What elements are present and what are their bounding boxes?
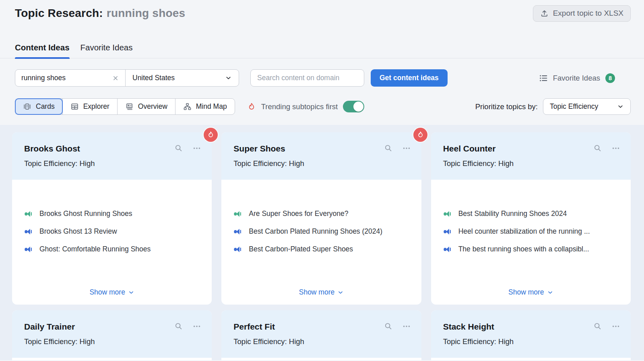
topic-efficiency: Topic Efficiency: High [24,159,201,168]
view-explorer-button[interactable]: Explorer [63,99,118,114]
keyword-input[interactable] [21,74,112,82]
chevron-down-icon [225,75,232,81]
favorite-ideas-count-badge: 8 [605,73,615,83]
idea-item[interactable]: Best Stability Running Shoes 2024 [443,210,620,218]
idea-text: The best running shoes with a collapsibl… [458,245,589,253]
idea-text: Are Super Shoes for Everyone? [249,210,348,218]
clear-keyword-icon[interactable] [112,75,119,82]
more-options-icon[interactable] [611,322,620,331]
show-more-link[interactable]: Show more [12,288,212,297]
idea-text: Brooks Ghost 13 Review [39,227,117,236]
country-value: United States [132,74,175,82]
page-title-query: running shoes [107,7,186,19]
show-more-link[interactable]: Show more [431,288,631,297]
view-switcher: Cards Explorer Overview Mind Map [15,98,235,115]
idea-item[interactable]: Brooks Ghost 13 Review [24,227,201,236]
idea-text: Best Carbon-Plated Super Shoes [249,245,353,253]
show-more-label: Show more [508,288,544,297]
view-cards-button[interactable]: Cards [15,99,63,114]
get-content-ideas-button[interactable]: Get content ideas [371,69,448,87]
topic-cards-area: Brooks Ghost Topic Efficiency: High Broo… [0,125,644,360]
favorite-ideas-link[interactable]: Favorite Ideas 8 [539,73,615,83]
trending-subtopics-label: Trending subtopics first [261,102,338,111]
keyword-segment [15,70,126,86]
topic-card-brooks-ghost: Brooks Ghost Topic Efficiency: High Broo… [12,132,212,305]
domain-search-input[interactable] [250,69,364,87]
card-title: Super Shoes [233,144,285,154]
show-more-label: Show more [299,288,335,297]
topic-card-super-shoes: Super Shoes Topic Efficiency: High Are S… [221,132,421,305]
prioritize-label: Prioritize topics by: [475,102,538,111]
tab-favorite-ideas[interactable]: Favorite Ideas [80,43,133,58]
idea-item[interactable]: Heel counter stabilization of the runnin… [443,227,620,236]
card-title: Stack Height [443,322,494,332]
idea-item[interactable]: Are Super Shoes for Everyone? [233,210,411,218]
tab-content-ideas[interactable]: Content Ideas [15,43,70,58]
megaphone-icon [24,245,33,253]
prioritize-control: Prioritize topics by: Topic Efficiency [475,98,631,115]
view-cards-label: Cards [36,102,55,111]
chevron-down-icon [547,289,553,296]
more-options-icon[interactable] [611,144,620,153]
idea-text: Brooks Ghost Running Shoes [39,210,132,218]
prioritize-select[interactable]: Topic Efficiency [543,98,631,115]
idea-item[interactable]: The best running shoes with a collapsibl… [443,245,620,253]
idea-item[interactable]: Best Carbon Plated Running Shoes (2024) [233,227,411,236]
idea-text: Best Carbon Plated Running Shoes (2024) [249,227,382,236]
page-title: Topic Research:running shoes [15,7,185,20]
topic-efficiency: Topic Efficiency: High [24,337,201,346]
megaphone-icon [443,210,452,218]
card-title: Heel Counter [443,144,496,154]
export-topic-label: Export topic to XLSX [553,9,623,18]
list-icon [539,74,548,83]
idea-item[interactable]: Best Carbon-Plated Super Shoes [233,245,411,253]
megaphone-icon [24,210,33,218]
card-title: Brooks Ghost [24,144,80,154]
idea-item[interactable]: Brooks Ghost Running Shoes [24,210,201,218]
view-overview-label: Overview [138,102,167,111]
view-overview-button[interactable]: Overview [118,99,175,114]
chevron-down-icon [128,289,134,296]
page-title-prefix: Topic Research: [15,7,103,19]
show-more-link[interactable]: Show more [221,288,421,297]
toggle-knob [353,102,363,112]
topic-efficiency: Topic Efficiency: High [443,159,620,168]
country-select[interactable]: United States [126,70,239,86]
export-topic-button[interactable]: Export topic to XLSX [533,5,631,22]
prioritize-value: Topic Efficiency [550,102,598,111]
view-explorer-label: Explorer [83,102,109,111]
megaphone-icon [233,227,242,236]
cards-view-icon [23,102,31,111]
megaphone-icon [24,227,33,236]
show-more-label: Show more [89,288,125,297]
idea-text: Heel counter stabilization of the runnin… [458,227,590,236]
search-icon[interactable] [174,322,183,331]
more-options-icon[interactable] [192,144,201,153]
search-icon[interactable] [384,144,393,153]
more-options-icon[interactable] [402,322,411,331]
search-icon[interactable] [384,322,393,331]
flame-icon [247,102,256,111]
search-icon[interactable] [593,144,602,153]
search-icon[interactable] [174,144,183,153]
tab-bar: Content Ideas Favorite Ideas [0,43,644,58]
more-options-icon[interactable] [192,322,201,331]
view-mindmap-button[interactable]: Mind Map [175,99,235,114]
topic-efficiency: Topic Efficiency: High [233,159,411,168]
topic-card-heel-counter: Heel Counter Topic Efficiency: High Best… [431,132,631,305]
trending-flame-badge [413,128,427,142]
idea-item[interactable]: Ghost: Comfortable Running Shoes [24,245,201,253]
trending-subtopics-toggle[interactable] [343,101,364,112]
topic-card-perfect-fit: Perfect Fit Topic Efficiency: High [221,310,421,360]
search-icon[interactable] [593,322,602,331]
view-mindmap-label: Mind Map [196,102,227,111]
card-title: Daily Trainer [24,322,75,332]
megaphone-icon [443,227,452,236]
more-options-icon[interactable] [402,144,411,153]
explorer-view-icon [70,102,79,111]
mindmap-view-icon [183,102,192,111]
chevron-down-icon [617,103,624,110]
trending-subtopics-control: Trending subtopics first [247,101,365,112]
chevron-down-icon [337,289,344,296]
idea-text: Best Stability Running Shoes 2024 [458,210,567,218]
